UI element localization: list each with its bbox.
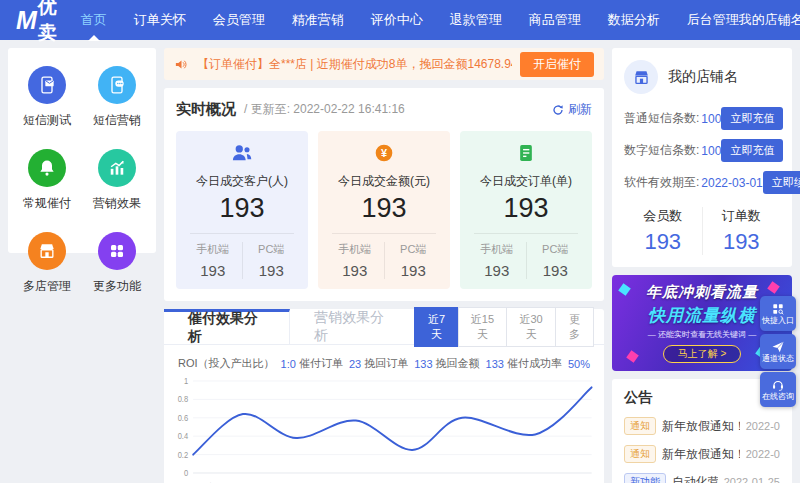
kpi-row: ROI（投入产出比）1:0 催付订单23 挽回订单133 挽回金额133 催付成… [164, 345, 604, 373]
store-icon [28, 232, 66, 270]
filter-7d[interactable]: 近7天 [414, 307, 458, 347]
banner-cta-button[interactable]: 马上了解 > [663, 345, 742, 363]
filter-15d[interactable]: 近15天 [458, 307, 508, 347]
channel-status-button[interactable]: 通道状态 [760, 334, 796, 369]
renew-button[interactable]: 立即续费 [763, 171, 800, 194]
svg-text:0: 0 [184, 467, 189, 478]
svg-text:0.6: 0.6 [178, 412, 189, 423]
pc-label: PC端 [243, 242, 301, 257]
sidebar-item-label: 短信测试 [23, 112, 71, 129]
apps-search-icon [771, 302, 785, 316]
banner-decoration [626, 350, 639, 363]
notice-badge: 通知 [624, 417, 656, 435]
order-count: 订单数 193 [702, 207, 781, 255]
banner-line1: 年底冲刺看流量 [646, 283, 758, 302]
sidebar-item-multi-store[interactable]: 多店管理 [12, 232, 82, 295]
new-feature-badge: 新功能 [624, 473, 666, 483]
nav-item-order-care[interactable]: 订单关怀 [134, 0, 186, 41]
svg-text:1: 1 [184, 375, 189, 386]
kpi-recovered-orders: 挽回订单133 [364, 356, 432, 371]
nav-item-home[interactable]: 首页 [81, 0, 107, 41]
app-logo[interactable]: M 优卖 [16, 0, 57, 46]
headset-icon [771, 378, 785, 392]
recharge-button-2[interactable]: 立即充值 [721, 139, 783, 162]
analysis-card: 催付效果分析 营销效果分析 近7天 近15天 近30天 更多 ROI（投入产出比… [164, 309, 604, 483]
sidebar-item-more-functions[interactable]: 更多功能 [82, 232, 152, 295]
tab-reminder-effect[interactable]: 催付效果分析 [164, 309, 290, 344]
quick-entry-button[interactable]: 快捷入口 [760, 296, 796, 331]
banner-decoration [767, 281, 780, 294]
digital-sms-row: 数字短信条数: 100 立即充值 [624, 139, 780, 162]
sms-marketing-icon [98, 66, 136, 104]
line-chart: 00.20.40.60.812022-02-172022-02-182022-0… [164, 373, 604, 483]
recharge-button[interactable]: 立即充值 [721, 107, 783, 130]
nav-item-reviews[interactable]: 评价中心 [371, 0, 423, 41]
announcements-title: 公告 [624, 389, 780, 407]
realtime-updated-time: / 更新至: 2022-02-22 16:41:16 [244, 101, 552, 118]
shop-dropdown[interactable]: 我的店铺名 [739, 11, 800, 29]
announcement-item[interactable]: 新功能 自动化营销功能上线 2022-01-25 [624, 473, 780, 483]
mobile-value: 193 [184, 262, 242, 279]
kpi-reminder-orders: 催付订单23 [299, 356, 361, 371]
stat-card-value: 193 [326, 193, 442, 224]
filter-30d[interactable]: 近30天 [506, 307, 556, 347]
mobile-value: 193 [326, 262, 384, 279]
stat-card-orders: 今日成交订单(单) 193 手机端193 PC端193 [460, 131, 592, 289]
notice-text: 【订单催付】全***店 | 近期催付成功8单，挽回金额14678.94元，催付成… [197, 56, 512, 73]
online-support-button[interactable]: 在线咨询 [760, 372, 796, 407]
license-expiry-value: 2022-03-01 [701, 176, 762, 190]
pc-label: PC端 [385, 242, 443, 257]
stat-card-value: 193 [184, 193, 300, 224]
analysis-tabs: 催付效果分析 营销效果分析 近7天 近15天 近30天 更多 [164, 309, 604, 345]
svg-text:0.8: 0.8 [178, 394, 189, 405]
stat-card-title: 今日成交金额(元) [326, 173, 442, 190]
member-count: 会员数 193 [624, 207, 702, 255]
sidebar-item-marketing-effect[interactable]: 营销效果 [82, 149, 152, 212]
realtime-overview-card: 实时概况 / 更新至: 2022-02-22 16:41:16 刷新 今日成交客… [164, 88, 604, 301]
filter-more[interactable]: 更多 [555, 307, 594, 347]
stat-card-value: 193 [468, 193, 584, 224]
shop-dropdown-label: 我的店铺名 [739, 11, 800, 29]
start-reminder-button[interactable]: 开启催付 [520, 52, 594, 77]
announcement-item[interactable]: 通知 新年放假通知！！！ 2022-0 [624, 417, 780, 435]
stat-card-customers: 今日成交客户(人) 193 手机端193 PC端193 [176, 131, 308, 289]
logo-m-icon: M [16, 8, 37, 33]
sidebar-item-label: 营销效果 [93, 195, 141, 212]
yen-coin-icon: ¥ [374, 143, 394, 163]
pc-label: PC端 [527, 242, 585, 257]
nav-item-members[interactable]: 会员管理 [213, 0, 265, 41]
sidebar-item-sms-marketing[interactable]: 短信营销 [82, 66, 152, 129]
sidebar-item-label: 更多功能 [93, 278, 141, 295]
nav-item-products[interactable]: 商品管理 [529, 0, 581, 41]
kpi-roi: ROI（投入产出比）1:0 [178, 356, 296, 371]
storefront-icon [624, 60, 658, 94]
sidebar-item-sms-test[interactable]: 短信测试 [12, 66, 82, 129]
order-doc-icon [516, 143, 536, 163]
line-chart-svg: 00.20.40.60.812022-02-172022-02-182022-0… [168, 373, 600, 483]
svg-text:0.4: 0.4 [178, 431, 189, 442]
chart-icon [98, 149, 136, 187]
sidebar-item-payment-reminder[interactable]: 常规催付 [12, 149, 82, 212]
bell-icon [28, 149, 66, 187]
nav-item-refunds[interactable]: 退款管理 [450, 0, 502, 41]
stat-card-amount: ¥ 今日成交金额(元) 193 手机端193 PC端193 [318, 131, 450, 289]
nav-item-analytics[interactable]: 数据分析 [608, 0, 660, 41]
refresh-button[interactable]: 刷新 [552, 101, 592, 118]
mobile-value: 193 [468, 262, 526, 279]
tab-marketing-effect[interactable]: 营销效果分析 [290, 309, 415, 344]
kpi-success-rate: 催付成功率50% [507, 356, 590, 371]
notice-bar: 【订单催付】全***店 | 近期催付成功8单，挽回金额14678.94元，催付成… [164, 48, 604, 80]
shop-panel: 我的店铺名 普通短信条数: 100 立即充值 数字短信条数: 100 立即充值 … [612, 48, 792, 267]
banner-line2: 快用流量纵横 [648, 304, 756, 327]
pc-value: 193 [527, 262, 585, 279]
grid-icon [98, 232, 136, 270]
users-icon [231, 143, 253, 163]
digital-sms-value: 100 [701, 144, 721, 158]
announcement-item[interactable]: 通知 新年放假通知！！！ 2022-0 [624, 445, 780, 463]
function-grid: 短信测试 短信营销 常规催付 营销效果 [8, 48, 156, 253]
nav-item-backend[interactable]: 后台管理 [687, 0, 739, 41]
logo-text: 优卖 [38, 0, 57, 46]
paper-plane-icon [771, 340, 785, 354]
notice-badge: 通知 [624, 445, 656, 463]
nav-item-marketing[interactable]: 精准营销 [292, 0, 344, 41]
